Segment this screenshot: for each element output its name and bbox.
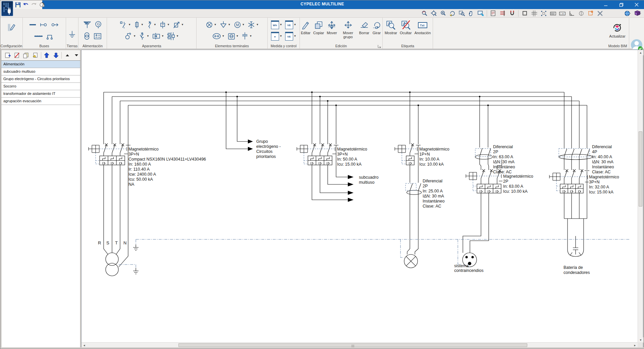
rotate-button[interactable]: Girar — [371, 20, 382, 36]
vertical-scrollbar[interactable]: ▲ ▼ — [638, 50, 643, 343]
capacitor-icon[interactable]: ▼ — [241, 32, 252, 41]
circuit-list-item[interactable]: subcuadro multiuso — [1, 68, 80, 75]
dropdown-caret[interactable]: ▼ — [236, 35, 239, 38]
dropdown-caret[interactable]: ▼ — [176, 35, 179, 38]
dropdown-caret[interactable]: ▼ — [294, 23, 297, 26]
copy-button[interactable]: Copiar — [312, 20, 325, 36]
schematic-drawing[interactable]: Magnetotérmico 3P+N Compact NSX160N LV43… — [82, 50, 638, 343]
fire-system-branch-symbol[interactable] — [463, 97, 502, 267]
orbit-icon[interactable] — [577, 9, 585, 17]
collapse-up-button[interactable] — [64, 52, 71, 59]
switch-disconnector-icon[interactable]: ▼ — [119, 21, 131, 29]
zoom-extents-icon[interactable] — [429, 9, 438, 17]
meter-s-ve-icon[interactable]: VE▼ — [285, 32, 297, 41]
circuit-list-item[interactable]: transformador de aislamiento IT — [1, 90, 80, 98]
transfer-switch-icon[interactable]: ▼ — [167, 32, 179, 41]
dxf-dwg-layers-icon[interactable] — [498, 9, 507, 17]
delete-circuit-button[interactable] — [13, 52, 20, 59]
transformer-icon[interactable] — [83, 32, 91, 41]
dropdown-caret[interactable]: ▼ — [242, 23, 245, 26]
dropdown-caret[interactable]: ▼ — [214, 23, 217, 26]
keyboard-input-icon[interactable] — [549, 9, 557, 17]
lighting-branch-symbol[interactable] — [404, 92, 422, 268]
undo-button[interactable] — [23, 1, 29, 8]
dropdown-caret[interactable]: ▼ — [249, 35, 252, 38]
dropdown-caret[interactable]: ▼ — [128, 23, 131, 26]
fuse-icon[interactable]: ▼ — [133, 21, 144, 29]
show-labels-button[interactable]: AMostrar — [384, 20, 398, 36]
bus-arrow-icon[interactable] — [51, 21, 60, 28]
language-globe-icon[interactable] — [624, 9, 632, 17]
minimize-button[interactable] — [598, 0, 613, 9]
object-snap-magnet-icon[interactable] — [508, 9, 516, 17]
dropdown-caret[interactable]: ▼ — [133, 35, 136, 38]
indicator-icon[interactable]: ●▼ — [271, 32, 282, 41]
zoom-previous-icon[interactable] — [420, 9, 428, 17]
zoom-double-icon[interactable] — [439, 9, 447, 17]
circuit-list-item[interactable]: Grupo electrógeno - Circuitos prioritari… — [1, 75, 80, 83]
move-button[interactable]: Mover — [326, 20, 338, 36]
annotation-button[interactable]: TxtAnotación — [413, 20, 432, 36]
motor-icon[interactable]: M▼ — [233, 21, 245, 29]
dropdown-caret[interactable]: ▼ — [147, 35, 149, 38]
expand-down-button[interactable] — [73, 52, 80, 59]
rotary-switch-icon[interactable]: ▼ — [124, 32, 136, 40]
source-feeder-symbol[interactable] — [100, 92, 130, 276]
vertical-scroll-thumb[interactable] — [639, 131, 642, 207]
bus-dashed-icon[interactable] — [34, 33, 43, 40]
zoom-window-icon[interactable] — [458, 9, 466, 17]
bus-lines[interactable] — [104, 92, 587, 105]
dropdown-caret[interactable]: ▼ — [154, 23, 156, 26]
configuration-pencil-icon[interactable] — [7, 23, 16, 32]
send-view-icon[interactable] — [476, 9, 485, 17]
supply-network-icon[interactable] — [83, 21, 92, 29]
dimensions-icon[interactable]: 1.00 — [558, 9, 567, 17]
dropdown-caret[interactable]: ▼ — [141, 23, 144, 26]
dropdown-caret[interactable]: ▼ — [161, 35, 164, 38]
app-icon[interactable] — [1, 1, 13, 16]
export-circuit-button[interactable] — [32, 52, 39, 59]
star-load-icon[interactable]: ▼ — [247, 21, 259, 29]
antenna-outlet-icon[interactable]: ▼ — [219, 21, 231, 29]
add-circuit-button[interactable] — [4, 52, 11, 59]
battery-supply-icon[interactable] — [93, 32, 102, 40]
capacitor-bank-branch-symbol[interactable] — [559, 92, 592, 256]
motor-breaker-icon[interactable]: ▼ — [139, 32, 149, 41]
dropdown-caret[interactable]: ▼ — [167, 23, 170, 26]
close-button[interactable] — [629, 0, 644, 9]
lamp-icon[interactable]: ▼ — [205, 21, 217, 29]
redo-button[interactable] — [31, 1, 37, 8]
wall-outlet-icon[interactable]: ▼ — [227, 32, 239, 40]
generator-icon[interactable]: G — [94, 21, 102, 29]
dropdown-caret[interactable]: ▼ — [280, 35, 282, 38]
import-dxf-dwg-icon[interactable] — [489, 9, 497, 17]
configuration-tools-icon[interactable] — [596, 9, 604, 17]
scroll-up-arrow[interactable]: ▲ — [638, 50, 643, 55]
dropdown-caret[interactable]: ▼ — [228, 23, 231, 26]
rectifier-icon[interactable]: ▼ — [152, 33, 164, 40]
angle-icon[interactable] — [568, 9, 576, 17]
bus-branch-icon[interactable] — [46, 33, 54, 40]
scroll-down-arrow[interactable]: ▼ — [638, 337, 643, 343]
dropdown-caret[interactable]: ▼ — [256, 23, 259, 26]
erase-button[interactable]: Borrar — [358, 20, 370, 36]
meter-p-ve-icon[interactable]: VE▼ — [285, 20, 297, 29]
circuit-list-item[interactable]: Alimentación — [1, 61, 80, 68]
help-book-icon[interactable] — [633, 9, 642, 17]
dropdown-caret[interactable]: ▼ — [294, 35, 297, 38]
snap-points-icon[interactable] — [539, 9, 548, 17]
selection-box-icon[interactable] — [586, 9, 595, 17]
breaker-switch-icon[interactable]: ▼ — [146, 21, 156, 29]
bim-update-button[interactable]: Actualizar — [608, 22, 626, 39]
ortho-icon[interactable] — [521, 9, 529, 17]
terminal-block-symbols[interactable] — [89, 145, 560, 180]
protection-p-icon[interactable]: P▼ — [159, 21, 170, 29]
dropdown-caret[interactable]: ▼ — [280, 23, 282, 26]
dropdown-caret[interactable]: ▼ — [222, 35, 225, 38]
isolator-icon[interactable]: ▼ — [172, 21, 184, 29]
copy-circuit-button[interactable] — [22, 52, 30, 59]
pan-hand-icon[interactable] — [467, 9, 475, 17]
horizontal-scrollbar[interactable]: ◄ ► — [82, 342, 638, 348]
edit-button[interactable]: Editar — [300, 20, 312, 36]
bimserver-sync-icon[interactable] — [39, 1, 45, 8]
